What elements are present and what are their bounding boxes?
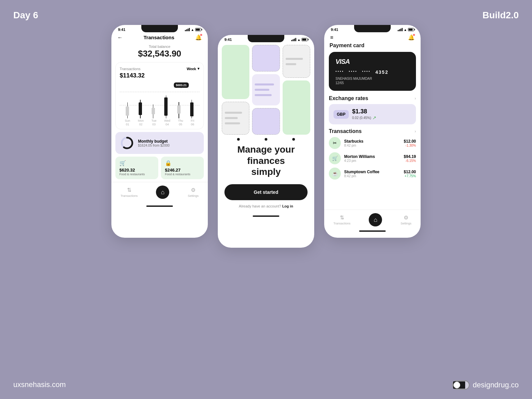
exchange-title: Exchange rates: [329, 95, 368, 101]
transactions-chevron[interactable]: ›: [415, 129, 416, 134]
status-icons: ▲: [291, 38, 308, 42]
nav-settings[interactable]: ⚙ Settings: [188, 187, 199, 198]
signal-icon: [398, 28, 403, 31]
brand-label: designdrug.co: [473, 381, 519, 389]
candle-sun: [126, 102, 129, 118]
food-icon: 🛒: [119, 160, 154, 166]
settings-icon: ⚙: [404, 214, 408, 221]
card-dots3: ••••: [362, 69, 371, 75]
signal-icon: [291, 38, 296, 41]
stumptown-amount-col: $12.00 +7.75%: [404, 170, 416, 178]
onboard-card-green2: [283, 80, 310, 135]
category1-label: Food & restaurants: [119, 173, 154, 176]
starbucks-time: 8:42 pm: [344, 144, 400, 147]
exchange-rate: $1.38: [352, 108, 376, 115]
morton-info: Morton Williams 4:23 pm: [344, 154, 400, 163]
morton-name: Morton Williams: [344, 154, 400, 159]
onboard-card-green-tall: [222, 45, 249, 99]
home-icon: ⌂: [374, 216, 377, 223]
stumptown-amount: $12.00: [404, 170, 416, 174]
stumptown-time: 8:42 pm: [344, 174, 400, 178]
wifi-icon: ▲: [404, 28, 407, 32]
candle-mon: [139, 100, 142, 118]
bottom-right: designdrug.co: [452, 380, 519, 390]
pin2: [265, 138, 267, 141]
bottom-nav: ⇅ Transactions ⌂ ⚙ Settings: [111, 182, 208, 203]
nav-settings[interactable]: ⚙ Settings: [401, 214, 412, 225]
nav-home[interactable]: ⌂: [369, 213, 382, 226]
home-indicator: [253, 215, 279, 217]
balance-section: Total balance $32,543.90: [111, 43, 208, 62]
candle-fri: [190, 100, 194, 118]
get-started-button[interactable]: Get started: [224, 184, 308, 200]
nav-transactions[interactable]: ⇅ Transactions: [333, 214, 350, 225]
toggle-icon[interactable]: [452, 380, 469, 390]
phone3-header: ≡ 🔔: [324, 32, 421, 43]
day-tue: Tue 03: [151, 119, 156, 126]
status-time: 9:41: [331, 28, 338, 32]
payment-section-title: Payment card: [330, 43, 415, 49]
onboard-card-lines3: [283, 45, 310, 78]
donut-chart: [120, 136, 134, 150]
onboarding-cards: [218, 42, 314, 138]
day-mon: Mon 02: [138, 119, 144, 126]
build-label: Build2.0: [482, 10, 519, 21]
starbucks-name: Starbucks: [344, 139, 400, 144]
category-food: 🛒 $620.32 Food & restaurants: [115, 157, 158, 179]
battery-icon: [195, 28, 201, 31]
card-dots2: ••••: [349, 69, 357, 75]
battery-icon: [302, 38, 308, 41]
onboard-card-lines1: [222, 102, 249, 135]
pin1: [237, 138, 240, 141]
budget-title: Monthly budget: [138, 139, 170, 144]
website-label: uxsnehasis.com: [13, 380, 66, 389]
login-link[interactable]: Log in: [282, 204, 293, 208]
back-button[interactable]: ←: [117, 35, 123, 41]
exchange-card: GBP $1.38 0.02 (0.45%) ↗: [329, 104, 416, 124]
day-wed: Wed 04: [164, 119, 170, 126]
trans-item-morton: 🛒 Morton Williams 4:23 pm $94.19 -6.15%: [329, 152, 416, 164]
trans-header: Transactions ›: [329, 128, 416, 134]
exchange-chevron[interactable]: ›: [415, 96, 416, 101]
stumptown-percent: +7.75%: [404, 174, 416, 178]
category2-label: Food & restaurants: [165, 173, 200, 176]
bell-icon[interactable]: 🔔: [408, 34, 415, 41]
exchange-info: $1.38 0.02 (0.45%) ↗: [352, 108, 376, 120]
home-icon: ⌂: [161, 189, 165, 196]
transactions-title: Transactions: [329, 128, 362, 134]
onboard-card-lines2: [252, 74, 280, 105]
card-dots1: ••••: [335, 69, 344, 75]
exchange-section: Exchange rates › GBP $1.38 0.02 (0.45%) …: [329, 95, 416, 124]
starbucks-amount-col: $12.00 -1.30%: [404, 139, 416, 147]
day-label: Day 6: [13, 10, 38, 21]
home-indicator: [146, 205, 173, 207]
trans-item-stumptown: ☕ Stumptown Coffee 8:42 pm $12.00 +7.75%: [329, 168, 416, 180]
home-indicator: [359, 230, 386, 232]
balance-label: Total balance: [111, 45, 208, 49]
notch: [248, 35, 284, 42]
login-text: Already have an account? Log in: [224, 204, 308, 208]
candle-tue: [152, 104, 155, 118]
pins-row: [218, 138, 314, 141]
phones-container: 9:41 ▲ ← Transactions 🔔: [111, 25, 421, 248]
currency-badge: GBP: [333, 110, 349, 119]
candle-wed: [164, 95, 168, 118]
exchange-change-row: 0.02 (0.45%) ↗: [352, 115, 376, 120]
nav-transactions[interactable]: ⇅ Transactions: [121, 187, 138, 198]
bell-icon[interactable]: 🔔: [195, 34, 202, 41]
chart-total: $1143.32: [120, 72, 200, 79]
wifi-icon: ▲: [191, 28, 194, 32]
morton-icon: 🛒: [329, 152, 341, 164]
week-selector[interactable]: Week ▾: [187, 66, 200, 71]
chart-label: Transactions: [120, 67, 141, 71]
chart-card: Transactions Week ▾ $1143.32 $683.21: [115, 62, 204, 129]
stumptown-icon: ☕: [329, 168, 341, 180]
menu-icon[interactable]: ≡: [330, 35, 333, 41]
morton-percent: -6.15%: [404, 159, 416, 163]
nav-home[interactable]: ⌂: [156, 186, 169, 199]
status-time: 9:41: [118, 28, 125, 32]
exchange-header: Exchange rates ›: [329, 95, 416, 101]
pin3: [292, 138, 295, 141]
day-sun: Sun 01: [125, 119, 130, 126]
bottom-nav: ⇅ Transactions ⌂ ⚙ Settings: [324, 209, 421, 231]
